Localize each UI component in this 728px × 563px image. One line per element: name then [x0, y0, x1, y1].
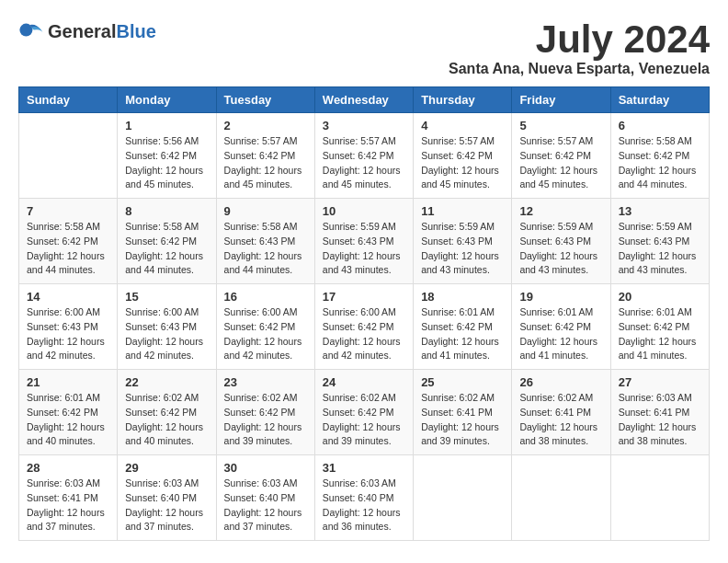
day-info: Sunrise: 6:03 AMSunset: 6:40 PMDaylight:… [224, 477, 307, 534]
calendar-day-cell: 10Sunrise: 5:59 AMSunset: 6:43 PMDayligh… [314, 199, 413, 284]
calendar-day-cell: 9Sunrise: 5:58 AMSunset: 6:43 PMDaylight… [216, 199, 314, 284]
day-of-week-header: Tuesday [216, 87, 314, 113]
day-info: Sunrise: 6:01 AMSunset: 6:42 PMDaylight:… [27, 391, 109, 449]
day-of-week-header: Sunday [19, 87, 118, 113]
day-of-week-header: Wednesday [314, 87, 413, 113]
calendar-day-cell: 4Sunrise: 5:57 AMSunset: 6:42 PMDaylight… [414, 113, 512, 199]
day-number: 7 [27, 204, 109, 218]
calendar-day-cell: 13Sunrise: 5:59 AMSunset: 6:43 PMDayligh… [610, 199, 709, 284]
calendar-day-cell: 30Sunrise: 6:03 AMSunset: 6:40 PMDayligh… [216, 455, 314, 541]
calendar-day-cell: 21Sunrise: 6:01 AMSunset: 6:42 PMDayligh… [19, 370, 118, 455]
day-info: Sunrise: 5:57 AMSunset: 6:42 PMDaylight:… [323, 134, 405, 192]
day-info: Sunrise: 5:58 AMSunset: 6:43 PMDaylight:… [224, 220, 307, 278]
day-info: Sunrise: 5:59 AMSunset: 6:43 PMDaylight:… [519, 220, 602, 278]
month-year-title: July 2024 [449, 18, 710, 61]
day-info: Sunrise: 5:58 AMSunset: 6:42 PMDaylight:… [125, 220, 208, 278]
day-info: Sunrise: 5:59 AMSunset: 6:43 PMDaylight:… [619, 220, 701, 278]
calendar-day-cell: 12Sunrise: 5:59 AMSunset: 6:43 PMDayligh… [512, 199, 610, 284]
day-info: Sunrise: 5:58 AMSunset: 6:42 PMDaylight:… [619, 134, 701, 192]
calendar-table: SundayMondayTuesdayWednesdayThursdayFrid… [18, 86, 710, 541]
day-of-week-header: Thursday [414, 87, 512, 113]
day-info: Sunrise: 6:03 AMSunset: 6:41 PMDaylight:… [619, 391, 701, 449]
calendar-day-cell: 5Sunrise: 5:57 AMSunset: 6:42 PMDaylight… [512, 113, 610, 199]
day-number: 25 [421, 375, 504, 389]
day-info: Sunrise: 6:03 AMSunset: 6:40 PMDaylight:… [125, 477, 208, 534]
day-number: 29 [125, 461, 208, 475]
day-info: Sunrise: 6:00 AMSunset: 6:42 PMDaylight:… [224, 305, 307, 363]
day-of-week-header: Friday [512, 87, 610, 113]
calendar-week-row: 14Sunrise: 6:00 AMSunset: 6:43 PMDayligh… [19, 284, 710, 370]
day-number: 19 [519, 290, 602, 304]
calendar-day-cell: 8Sunrise: 5:58 AMSunset: 6:42 PMDaylight… [118, 199, 216, 284]
page-header: GeneralBlue July 2024 Santa Ana, Nueva E… [18, 18, 710, 77]
day-number: 6 [619, 119, 701, 132]
calendar-day-cell: 1Sunrise: 5:56 AMSunset: 6:42 PMDaylight… [118, 113, 216, 199]
calendar-day-cell: 6Sunrise: 5:58 AMSunset: 6:42 PMDaylight… [610, 113, 709, 199]
day-info: Sunrise: 6:03 AMSunset: 6:40 PMDaylight:… [323, 477, 405, 534]
day-number: 22 [125, 375, 208, 389]
calendar-day-cell [414, 455, 512, 541]
day-info: Sunrise: 6:02 AMSunset: 6:42 PMDaylight:… [323, 391, 405, 449]
day-info: Sunrise: 5:59 AMSunset: 6:43 PMDaylight:… [421, 220, 504, 278]
day-number: 30 [224, 461, 307, 475]
day-number: 5 [519, 119, 602, 132]
day-info: Sunrise: 5:56 AMSunset: 6:42 PMDaylight:… [125, 134, 208, 192]
day-info: Sunrise: 5:58 AMSunset: 6:42 PMDaylight:… [27, 220, 109, 278]
logo: GeneralBlue [18, 18, 156, 44]
calendar-day-cell: 23Sunrise: 6:02 AMSunset: 6:42 PMDayligh… [216, 370, 314, 455]
calendar-day-cell: 3Sunrise: 5:57 AMSunset: 6:42 PMDaylight… [314, 113, 413, 199]
day-number: 21 [27, 375, 109, 389]
day-info: Sunrise: 5:59 AMSunset: 6:43 PMDaylight:… [323, 220, 405, 278]
calendar-day-cell: 20Sunrise: 6:01 AMSunset: 6:42 PMDayligh… [610, 284, 709, 370]
calendar-day-cell: 7Sunrise: 5:58 AMSunset: 6:42 PMDaylight… [19, 199, 118, 284]
day-info: Sunrise: 6:02 AMSunset: 6:42 PMDaylight:… [224, 391, 307, 449]
logo-general: General [48, 21, 116, 41]
day-number: 17 [323, 290, 405, 304]
day-number: 1 [125, 119, 208, 132]
day-number: 14 [27, 290, 109, 304]
calendar-day-cell: 11Sunrise: 5:59 AMSunset: 6:43 PMDayligh… [414, 199, 512, 284]
day-number: 3 [323, 119, 405, 132]
calendar-week-row: 21Sunrise: 6:01 AMSunset: 6:42 PMDayligh… [19, 370, 710, 455]
calendar-day-cell: 24Sunrise: 6:02 AMSunset: 6:42 PMDayligh… [314, 370, 413, 455]
calendar-week-row: 7Sunrise: 5:58 AMSunset: 6:42 PMDaylight… [19, 199, 710, 284]
day-number: 2 [224, 119, 307, 132]
day-info: Sunrise: 6:02 AMSunset: 6:41 PMDaylight:… [519, 391, 602, 449]
calendar-day-cell: 29Sunrise: 6:03 AMSunset: 6:40 PMDayligh… [118, 455, 216, 541]
calendar-day-cell: 26Sunrise: 6:02 AMSunset: 6:41 PMDayligh… [512, 370, 610, 455]
logo-text: GeneralBlue [48, 21, 156, 42]
calendar-day-cell: 28Sunrise: 6:03 AMSunset: 6:41 PMDayligh… [19, 455, 118, 541]
location-subtitle: Santa Ana, Nueva Esparta, Venezuela [449, 61, 710, 77]
day-number: 12 [519, 204, 602, 218]
day-info: Sunrise: 6:03 AMSunset: 6:41 PMDaylight:… [27, 477, 109, 534]
day-info: Sunrise: 5:57 AMSunset: 6:42 PMDaylight:… [519, 134, 602, 192]
day-number: 13 [619, 204, 701, 218]
day-info: Sunrise: 6:00 AMSunset: 6:42 PMDaylight:… [323, 305, 405, 363]
day-number: 8 [125, 204, 208, 218]
logo-blue: Blue [116, 21, 155, 41]
calendar-day-cell: 31Sunrise: 6:03 AMSunset: 6:40 PMDayligh… [314, 455, 413, 541]
day-number: 18 [421, 290, 504, 304]
day-number: 16 [224, 290, 307, 304]
day-number: 24 [323, 375, 405, 389]
day-info: Sunrise: 6:02 AMSunset: 6:41 PMDaylight:… [421, 391, 504, 449]
logo-icon [18, 18, 44, 44]
calendar-day-cell: 18Sunrise: 6:01 AMSunset: 6:42 PMDayligh… [414, 284, 512, 370]
day-number: 11 [421, 204, 504, 218]
calendar-day-cell [610, 455, 709, 541]
calendar-week-row: 1Sunrise: 5:56 AMSunset: 6:42 PMDaylight… [19, 113, 710, 199]
day-info: Sunrise: 6:02 AMSunset: 6:42 PMDaylight:… [125, 391, 208, 449]
calendar-day-cell: 15Sunrise: 6:00 AMSunset: 6:43 PMDayligh… [118, 284, 216, 370]
calendar-day-cell: 27Sunrise: 6:03 AMSunset: 6:41 PMDayligh… [610, 370, 709, 455]
calendar-day-cell [19, 113, 118, 199]
day-number: 26 [519, 375, 602, 389]
day-info: Sunrise: 5:57 AMSunset: 6:42 PMDaylight:… [421, 134, 504, 192]
day-number: 15 [125, 290, 208, 304]
calendar-header-row: SundayMondayTuesdayWednesdayThursdayFrid… [19, 87, 710, 113]
calendar-day-cell: 17Sunrise: 6:00 AMSunset: 6:42 PMDayligh… [314, 284, 413, 370]
day-number: 9 [224, 204, 307, 218]
day-of-week-header: Saturday [610, 87, 709, 113]
calendar-day-cell: 19Sunrise: 6:01 AMSunset: 6:42 PMDayligh… [512, 284, 610, 370]
calendar-day-cell: 2Sunrise: 5:57 AMSunset: 6:42 PMDaylight… [216, 113, 314, 199]
day-info: Sunrise: 6:00 AMSunset: 6:43 PMDaylight:… [27, 305, 109, 363]
